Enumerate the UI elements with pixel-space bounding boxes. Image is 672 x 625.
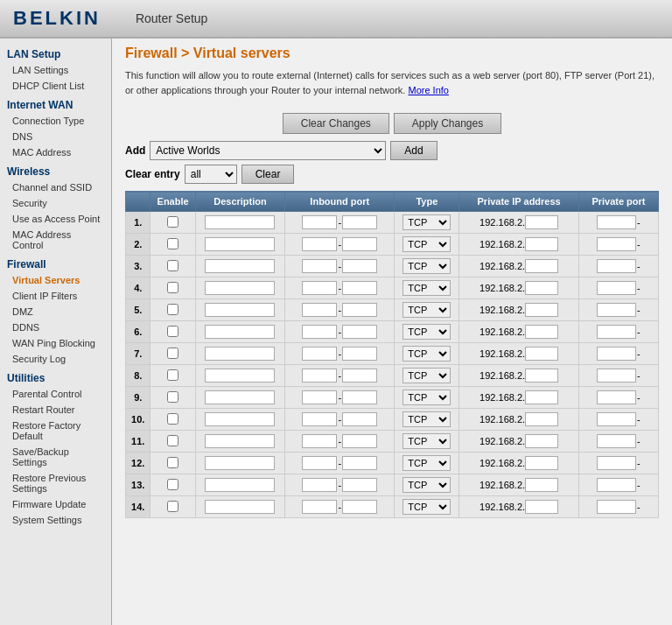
sidebar-item-mac-address[interactable]: MAC Address [0,144,111,160]
private-ip-last-octet-4[interactable] [525,281,558,295]
private-port-9[interactable] [597,390,636,404]
sidebar-item-connection-type[interactable]: Connection Type [0,113,111,129]
desc-input-3[interactable] [205,259,275,273]
inbound-port-to-12[interactable] [342,456,377,470]
inbound-port-to-14[interactable] [342,500,377,514]
desc-input-7[interactable] [205,347,275,361]
inbound-port-to-4[interactable] [342,281,377,295]
sidebar-item-security-log[interactable]: Security Log [0,351,111,367]
add-button[interactable]: Add [390,141,437,160]
enable-checkbox-5[interactable] [167,304,178,315]
private-port-13[interactable] [597,478,636,492]
inbound-port-from-3[interactable] [302,259,337,273]
private-port-14[interactable] [597,500,636,514]
type-select-1[interactable]: TCP UDP Both [402,214,451,230]
private-ip-last-octet-9[interactable] [525,390,558,404]
enable-checkbox-11[interactable] [167,435,178,446]
private-port-1[interactable] [597,215,636,229]
private-port-7[interactable] [597,347,636,361]
type-select-5[interactable]: TCP UDP Both [402,302,451,318]
private-ip-last-octet-10[interactable] [525,412,558,426]
sidebar-item-parental-control[interactable]: Parental Control [0,386,111,402]
sidebar-item-virtual-servers[interactable]: Virtual Servers [0,272,111,288]
type-select-12[interactable]: TCP UDP Both [402,455,451,471]
sidebar-item-firmware-update[interactable]: Firmware Update [0,496,111,512]
type-select-9[interactable]: TCP UDP Both [402,390,451,405]
sidebar-item-system-settings[interactable]: System Settings [0,512,111,528]
sidebar-item-restore-previous[interactable]: Restore Previous Settings [0,470,111,496]
inbound-port-to-7[interactable] [342,347,377,361]
private-ip-last-octet-12[interactable] [525,456,558,470]
enable-checkbox-4[interactable] [167,282,178,293]
desc-input-13[interactable] [205,478,275,492]
type-select-8[interactable]: TCP UDP Both [402,368,451,383]
private-ip-last-octet-8[interactable] [525,369,558,383]
inbound-port-from-12[interactable] [302,456,337,470]
enable-checkbox-13[interactable] [167,479,178,490]
sidebar-item-dhcp-client-list[interactable]: DHCP Client List [0,78,111,94]
sidebar-item-client-ip-filters[interactable]: Client IP Filters [0,288,111,304]
private-ip-last-octet-13[interactable] [525,478,558,492]
enable-checkbox-2[interactable] [167,238,178,249]
inbound-port-from-11[interactable] [302,434,337,448]
private-port-3[interactable] [597,259,636,273]
inbound-port-to-9[interactable] [342,390,377,404]
private-ip-last-octet-3[interactable] [525,259,558,273]
type-select-3[interactable]: TCP UDP Both [402,258,451,274]
inbound-port-to-10[interactable] [342,412,377,426]
type-select-2[interactable]: TCP UDP Both [402,236,451,252]
sidebar-item-mac-address-control[interactable]: MAC Address Control [0,227,111,253]
inbound-port-from-13[interactable] [302,478,337,492]
desc-input-14[interactable] [205,500,275,514]
private-ip-last-octet-14[interactable] [525,500,558,514]
inbound-port-to-5[interactable] [342,303,377,317]
sidebar-item-restart-router[interactable]: Restart Router [0,402,111,418]
private-ip-last-octet-1[interactable] [525,215,558,229]
enable-checkbox-12[interactable] [167,457,178,468]
inbound-port-to-3[interactable] [342,259,377,273]
private-port-10[interactable] [597,412,636,426]
add-select[interactable]: Active Worlds [150,141,386,160]
clear-changes-button[interactable]: Clear Changes [283,113,389,134]
enable-checkbox-3[interactable] [167,260,178,271]
type-select-13[interactable]: TCP UDP Both [402,477,451,493]
inbound-port-from-10[interactable] [302,412,337,426]
enable-checkbox-1[interactable] [167,216,178,228]
inbound-port-to-8[interactable] [342,369,377,383]
inbound-port-from-5[interactable] [302,303,337,317]
private-ip-last-octet-5[interactable] [525,303,558,317]
sidebar-item-ddns[interactable]: DDNS [0,320,111,335]
more-info-link[interactable]: More Info [408,85,448,95]
sidebar-item-security[interactable]: Security [0,195,111,211]
clear-entry-select[interactable]: all [185,165,237,184]
desc-input-10[interactable] [205,412,275,426]
enable-checkbox-14[interactable] [167,501,178,512]
inbound-port-from-7[interactable] [302,347,337,361]
inbound-port-from-14[interactable] [302,500,337,514]
inbound-port-from-6[interactable] [302,325,337,339]
inbound-port-from-4[interactable] [302,281,337,295]
private-port-11[interactable] [597,434,636,448]
sidebar-item-wan-ping-blocking[interactable]: WAN Ping Blocking [0,335,111,351]
inbound-port-from-1[interactable] [302,215,337,229]
private-port-6[interactable] [597,325,636,339]
sidebar-item-restore-factory[interactable]: Restore Factory Default [0,418,111,444]
enable-checkbox-10[interactable] [167,413,178,425]
desc-input-4[interactable] [205,281,275,295]
enable-checkbox-6[interactable] [167,326,178,337]
private-port-5[interactable] [597,303,636,317]
inbound-port-to-11[interactable] [342,434,377,448]
type-select-7[interactable]: TCP UDP Both [402,346,451,362]
sidebar-item-channel-ssid[interactable]: Channel and SSID [0,179,111,195]
apply-changes-button[interactable]: Apply Changes [394,113,501,134]
private-ip-last-octet-2[interactable] [525,237,558,251]
type-select-6[interactable]: TCP UDP Both [402,324,451,340]
desc-input-2[interactable] [205,237,275,251]
sidebar-item-access-point[interactable]: Use as Access Point [0,211,111,227]
desc-input-5[interactable] [205,303,275,317]
inbound-port-to-2[interactable] [342,237,377,251]
inbound-port-from-8[interactable] [302,369,337,383]
sidebar-item-dns[interactable]: DNS [0,129,111,144]
desc-input-12[interactable] [205,456,275,470]
desc-input-6[interactable] [205,325,275,339]
